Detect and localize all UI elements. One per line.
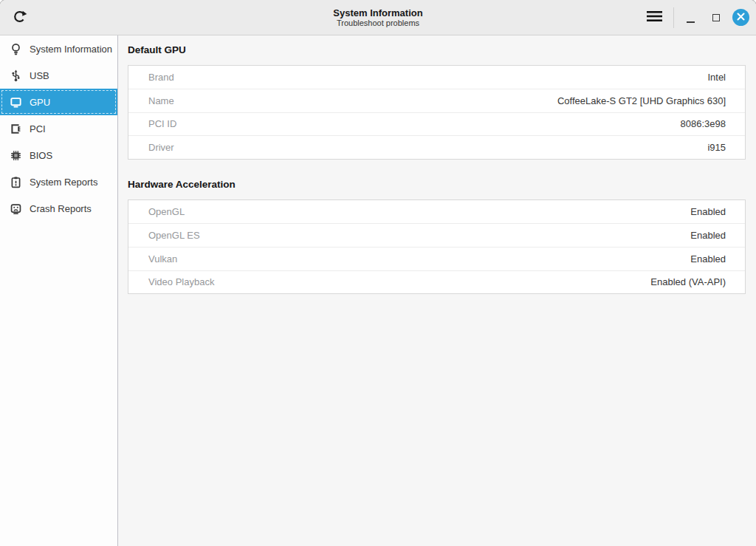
row-value: Intel — [707, 72, 726, 83]
sidebar-item-label: BIOS — [30, 150, 52, 161]
section-default-gpu: Default GPUBrandIntelNameCoffeeLake-S GT… — [128, 44, 746, 160]
row-label: Name — [148, 95, 174, 106]
headerbar: System Information Troubleshoot problems — [0, 0, 756, 35]
row-label: Vulkan — [148, 253, 177, 265]
menu-button[interactable] — [642, 5, 667, 30]
app-window: System Information Troubleshoot problems — [0, 0, 756, 546]
table-row: NameCoffeeLake-S GT2 [UHD Graphics 630] — [128, 89, 745, 112]
sidebar-item-label: System Information — [30, 44, 112, 55]
row-label: OpenGL — [148, 206, 185, 217]
app-body: System Information USB GPU PCI BIOS — [0, 35, 756, 546]
section-hardware-acceleration: Hardware AccelerationOpenGLEnabledOpenGL… — [128, 179, 746, 294]
table-row: VulkanEnabled — [128, 247, 745, 270]
sidebar-item-label: System Reports — [30, 177, 97, 188]
row-value: i915 — [707, 142, 726, 153]
close-button[interactable] — [732, 9, 749, 26]
sidebar-item-label: PCI — [30, 123, 46, 134]
sidebar-item-label: Crash Reports — [30, 203, 92, 214]
table-row: BrandIntel — [128, 66, 745, 89]
sidebar-item-crash-reports[interactable]: Crash Reports — [0, 195, 117, 222]
refresh-button[interactable] — [7, 5, 32, 30]
section-title: Default GPU — [128, 44, 746, 55]
row-label: OpenGL ES — [148, 230, 200, 241]
window-title: System Information — [333, 7, 422, 18]
window-subtitle: Troubleshoot problems — [333, 18, 422, 28]
section-title: Hardware Acceleration — [128, 179, 746, 190]
lightbulb-icon — [9, 42, 22, 55]
row-label: Brand — [148, 72, 174, 83]
sidebar-item-gpu[interactable]: GPU — [0, 89, 117, 115]
row-label: Driver — [148, 142, 174, 153]
chip-icon — [9, 149, 22, 162]
table-row: Driveri915 — [128, 135, 745, 159]
table-row: OpenGLEnabled — [128, 200, 745, 223]
monitor-icon — [9, 95, 22, 109]
table-row: Video PlaybackEnabled (VA-API) — [128, 270, 745, 294]
row-value: 8086:3e98 — [681, 118, 726, 129]
hamburger-menu-icon — [647, 10, 662, 24]
row-value: Enabled — [690, 206, 726, 217]
pci-card-icon — [9, 122, 22, 135]
row-value: Enabled (VA-API) — [650, 276, 726, 287]
minimize-icon — [687, 21, 695, 23]
table-row: PCI ID8086:3e98 — [128, 112, 745, 136]
refresh-icon — [12, 9, 27, 27]
sidebar-item-label: GPU — [30, 97, 50, 108]
window-title-block: System Information Troubleshoot problems — [333, 7, 422, 28]
row-value: Enabled — [690, 230, 726, 241]
info-table: OpenGLEnabledOpenGL ESEnabledVulkanEnabl… — [128, 199, 746, 294]
info-table: BrandIntelNameCoffeeLake-S GT2 [UHD Grap… — [128, 65, 746, 160]
sidebar-item-label: USB — [30, 70, 49, 81]
maximize-icon — [712, 14, 720, 21]
sidebar: System Information USB GPU PCI BIOS — [0, 35, 118, 546]
sidebar-item-system-information[interactable]: System Information — [0, 35, 117, 62]
header-controls — [642, 5, 756, 30]
row-label: Video Playback — [148, 276, 214, 287]
sidebar-item-bios[interactable]: BIOS — [0, 142, 117, 168]
row-label: PCI ID — [148, 118, 176, 129]
sidebar-item-usb[interactable]: USB — [0, 62, 117, 89]
table-row: OpenGL ESEnabled — [128, 223, 745, 247]
sidebar-item-system-reports[interactable]: System Reports — [0, 168, 117, 195]
row-value: Enabled — [690, 253, 726, 265]
main-content: Default GPUBrandIntelNameCoffeeLake-S GT… — [118, 35, 756, 546]
close-icon — [737, 12, 745, 23]
maximize-button[interactable] — [707, 5, 726, 30]
clipboard-alert-icon — [9, 175, 22, 188]
minimize-button[interactable] — [681, 5, 700, 30]
header-separator — [673, 7, 674, 28]
usb-icon — [9, 69, 22, 82]
crash-face-icon — [9, 202, 22, 215]
row-value: CoffeeLake-S GT2 [UHD Graphics 630] — [557, 95, 726, 106]
sidebar-item-pci[interactable]: PCI — [0, 115, 117, 142]
